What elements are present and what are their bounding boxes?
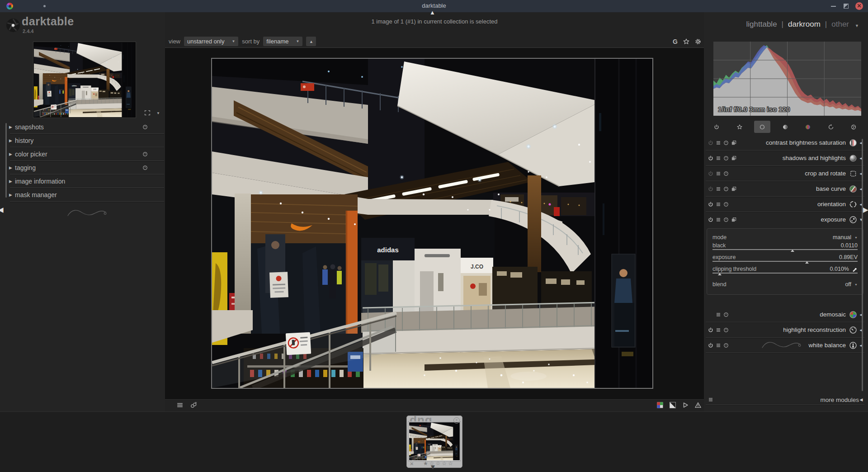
sidebar-section-tagging[interactable]: ▶ tagging bbox=[0, 161, 165, 174]
sidebar-section-history[interactable]: ▶ history bbox=[0, 134, 165, 147]
combo-blend[interactable]: blend off ▼ bbox=[712, 280, 858, 289]
reset-icon[interactable] bbox=[142, 124, 148, 130]
second-window-icon[interactable] bbox=[190, 402, 197, 408]
module-name[interactable]: white balance bbox=[808, 342, 846, 349]
module-power-icon[interactable] bbox=[708, 155, 714, 161]
overexposure-icon[interactable] bbox=[670, 402, 676, 408]
presets-menu-icon[interactable] bbox=[715, 327, 722, 333]
module-crop-and-rotate[interactable]: crop and rotate ◀ bbox=[705, 166, 865, 181]
presets-menu-icon[interactable] bbox=[708, 396, 714, 403]
tab-darkroom[interactable]: darkroom bbox=[788, 20, 821, 29]
reset-icon[interactable] bbox=[142, 151, 148, 157]
collapse-bottom-panel-arrow[interactable]: ▼ bbox=[429, 463, 436, 471]
module-exposure[interactable]: exposure ▼ bbox=[705, 212, 865, 227]
left-scrollbar[interactable] bbox=[5, 123, 7, 198]
module-name[interactable]: base curve bbox=[816, 185, 846, 192]
reset-icon[interactable] bbox=[723, 170, 729, 177]
multi-instance-icon[interactable] bbox=[731, 217, 737, 223]
gear-icon[interactable] bbox=[695, 38, 701, 45]
module-name[interactable]: shadows and highlights bbox=[783, 155, 846, 161]
presets-menu-icon[interactable] bbox=[715, 201, 722, 208]
minimize-button[interactable] bbox=[831, 6, 836, 7]
zoom-fit-icon[interactable] bbox=[144, 110, 151, 116]
presets-menu-icon[interactable] bbox=[715, 155, 722, 161]
presets-menu-icon[interactable] bbox=[715, 140, 722, 146]
multi-instance-icon[interactable] bbox=[731, 140, 737, 146]
sidebar-section-image-information[interactable]: ▶ image information bbox=[0, 175, 165, 188]
star-icon[interactable]: ★ bbox=[423, 460, 428, 467]
reset-icon[interactable] bbox=[723, 186, 729, 192]
module-power-icon[interactable] bbox=[708, 342, 714, 349]
module-power-icon[interactable] bbox=[708, 170, 714, 177]
module-group-correction[interactable] bbox=[823, 121, 839, 133]
module-name[interactable]: contrast brightness saturation bbox=[766, 139, 846, 146]
filmstrip-thumbnail-card[interactable]: dng × × ★☆☆☆☆ bbox=[406, 415, 462, 468]
module-group-color[interactable] bbox=[800, 121, 816, 133]
close-button[interactable]: ✕ bbox=[855, 2, 863, 10]
sort-direction-button[interactable]: ▲ bbox=[306, 37, 316, 46]
sort-dropdown[interactable]: filename ▼ bbox=[263, 37, 302, 46]
more-modules-label[interactable]: more modules bbox=[820, 396, 859, 403]
slider-marker[interactable] bbox=[791, 250, 794, 252]
module-orientation[interactable]: orientation ◀ bbox=[705, 197, 865, 212]
collapse-top-panel-arrow[interactable]: ▲ bbox=[429, 9, 435, 16]
expand-right-panel-arrow[interactable]: ▶ bbox=[863, 206, 868, 214]
module-shadows-and-highlights[interactable]: shadows and highlights ◀ bbox=[705, 151, 865, 165]
reset-icon[interactable] bbox=[723, 155, 729, 161]
presets-menu-icon[interactable] bbox=[715, 186, 722, 192]
sidebar-section-snapshots[interactable]: ▶ snapshots bbox=[0, 120, 165, 133]
module-contrast-brightness-saturation[interactable]: contrast brightness saturation ◀ bbox=[705, 135, 865, 150]
tab-lighttable[interactable]: lighttable bbox=[746, 20, 777, 29]
slider-marker[interactable] bbox=[718, 273, 722, 275]
module-power-icon[interactable] bbox=[708, 140, 714, 146]
module-group-tone[interactable] bbox=[777, 121, 793, 133]
right-scrollbar[interactable] bbox=[862, 139, 863, 391]
module-name[interactable]: highlight reconstruction bbox=[783, 326, 846, 333]
module-demosaic[interactable]: demosaic ◀ bbox=[705, 307, 865, 322]
collapse-left-panel-arrow[interactable]: ◀ bbox=[0, 206, 4, 214]
reset-icon[interactable] bbox=[723, 140, 729, 146]
raw-overexposure-icon[interactable] bbox=[657, 402, 663, 408]
darkroom-canvas[interactable] bbox=[165, 47, 704, 400]
reset-icon[interactable] bbox=[723, 312, 729, 318]
presets-menu-icon[interactable] bbox=[177, 402, 183, 408]
slider-clipping-threshold[interactable] bbox=[712, 272, 858, 276]
reset-icon[interactable] bbox=[142, 165, 148, 170]
module-group-effect[interactable] bbox=[845, 121, 862, 133]
sidebar-section-color-picker[interactable]: ▶ color picker bbox=[0, 147, 165, 160]
softproof-icon[interactable] bbox=[682, 402, 689, 408]
mode-switcher-caret-icon[interactable]: ▼ bbox=[855, 24, 859, 28]
zoom-level-caret-icon[interactable]: ▼ bbox=[156, 111, 160, 115]
star-icon[interactable]: ☆ bbox=[442, 460, 447, 467]
view-filter-dropdown[interactable]: unstarred only ▼ bbox=[184, 37, 238, 46]
grouping-icon[interactable]: G bbox=[673, 38, 678, 45]
slider-exposure[interactable] bbox=[712, 260, 858, 264]
reset-icon[interactable] bbox=[723, 342, 729, 349]
color-picker-icon[interactable] bbox=[852, 266, 858, 272]
module-base-curve[interactable]: base curve ◀ bbox=[705, 181, 865, 196]
module-name[interactable]: demosaic bbox=[820, 311, 846, 318]
sidebar-section-mask-manager[interactable]: ▶ mask manager bbox=[0, 188, 165, 201]
module-power-icon[interactable] bbox=[708, 201, 714, 208]
module-power-icon[interactable] bbox=[708, 327, 714, 333]
module-power-icon[interactable] bbox=[708, 217, 714, 223]
slider-black[interactable] bbox=[712, 249, 858, 252]
star-rating[interactable]: ★☆☆☆☆ bbox=[423, 460, 453, 467]
navigation-thumbnail[interactable] bbox=[33, 42, 136, 118]
more-modules-row[interactable]: more modules ◀ bbox=[705, 395, 865, 405]
star-icon[interactable]: ☆ bbox=[436, 460, 441, 467]
tab-other[interactable]: other bbox=[831, 20, 849, 29]
slider-marker[interactable] bbox=[805, 261, 809, 264]
overlays-star-icon[interactable] bbox=[683, 38, 689, 45]
reset-icon[interactable] bbox=[723, 201, 729, 208]
multi-instance-icon[interactable] bbox=[731, 155, 737, 161]
module-name[interactable]: orientation bbox=[817, 201, 846, 208]
combo-mode[interactable]: mode manual ▼ bbox=[712, 233, 858, 242]
reset-icon[interactable] bbox=[723, 217, 729, 223]
maximize-button[interactable] bbox=[844, 4, 849, 9]
filmstrip-thumbnail-image[interactable] bbox=[409, 422, 460, 461]
presets-menu-icon[interactable] bbox=[715, 312, 722, 318]
module-name[interactable]: crop and rotate bbox=[805, 170, 846, 177]
presets-menu-icon[interactable] bbox=[715, 342, 722, 349]
presets-menu-icon[interactable] bbox=[715, 217, 722, 223]
